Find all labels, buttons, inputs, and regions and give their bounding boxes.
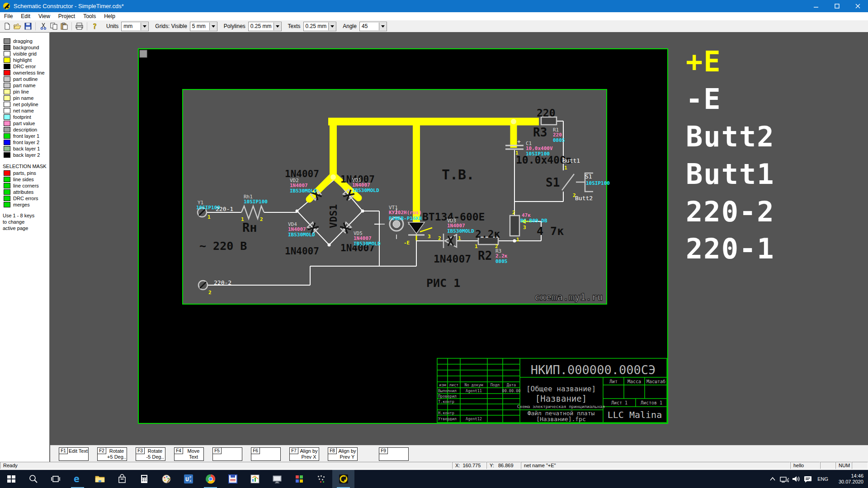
action-center-icon[interactable] [802, 470, 814, 488]
menu-item-tools[interactable]: Tools [79, 12, 100, 20]
copy-icon[interactable] [49, 22, 58, 31]
taskbar-icon-upx[interactable]: UPX [177, 470, 199, 488]
net-name-220-2[interactable]: 220-2 [686, 195, 775, 228]
net-name-220-1[interactable]: 220-1 [686, 232, 775, 265]
menu-item-file[interactable]: File [0, 12, 17, 20]
title-bar[interactable]: Schematic Constructor - SimpleTimer.cds* [0, 0, 868, 12]
taskbar-icon-edge[interactable]: e [66, 470, 89, 488]
dropdown-grids-visible[interactable]: 5 mm [190, 22, 217, 31]
selection-handle[interactable] [140, 50, 147, 57]
legend-item-back-layer-2[interactable]: back layer 2 [4, 152, 49, 158]
network-icon[interactable] [778, 470, 790, 488]
save-icon[interactable] [24, 22, 32, 31]
legend-item-description[interactable]: description [4, 127, 49, 133]
net-name-+e[interactable]: +E [686, 45, 722, 78]
clock[interactable]: 14:46 30.07.2020 [832, 473, 863, 485]
legend-item-net-polyline[interactable]: net polyline [4, 101, 49, 108]
fnkey-f1[interactable]: F1Edit Text [59, 447, 89, 461]
menu-item-edit[interactable]: Edit [17, 12, 34, 20]
legend-item-highlight[interactable]: highlight [4, 57, 49, 63]
schematic-label: IB530MOLD [352, 188, 379, 193]
minimize-button[interactable] [806, 0, 826, 12]
menu-item-view[interactable]: View [34, 12, 54, 20]
tray-chevron-icon[interactable] [767, 470, 778, 488]
help-icon[interactable]: ? [90, 22, 99, 31]
fnkey-f7[interactable]: F7Align by Prev X [289, 447, 319, 461]
legend-item-drc-errors[interactable]: DRC errors [4, 195, 49, 202]
dropdown-angle[interactable]: 45 [359, 22, 387, 31]
taskbar-icon-calculator[interactable] [133, 470, 155, 488]
legend-item-background[interactable]: background [4, 44, 49, 51]
legend-item-part-value[interactable]: part value [4, 120, 49, 127]
fnkey-f4[interactable]: F4Move Text [174, 447, 204, 461]
chevron-down-icon[interactable] [328, 23, 336, 30]
legend-item-part-outline[interactable]: part outline [4, 76, 49, 82]
dropdown-polylines[interactable]: 0.25 mm [248, 22, 282, 31]
schematic-canvas[interactable]: cxema.my1.ru [50, 32, 868, 445]
chevron-down-icon[interactable] [209, 23, 217, 30]
paste-icon[interactable] [60, 22, 68, 31]
taskbar-icon-chart-app[interactable] [244, 470, 266, 488]
fnkey-f9[interactable]: F9 [379, 447, 409, 461]
new-file-icon[interactable] [3, 22, 11, 31]
taskbar-icon-chrome[interactable] [199, 470, 222, 488]
toolbar-field-polylines: Polylines0.25 mm [224, 22, 282, 31]
taskbar-icon-schematic-app[interactable] [332, 470, 354, 488]
legend-item-attributes[interactable]: attributes [4, 189, 49, 195]
net-name-butt2[interactable]: Butt2 [686, 120, 775, 153]
close-button[interactable] [847, 0, 868, 12]
legend-item-drc-error[interactable]: DRC error [4, 63, 49, 70]
speaker-icon[interactable] [790, 470, 802, 488]
print-icon[interactable] [75, 22, 84, 31]
color-swatch [4, 152, 10, 158]
menu-item-project[interactable]: Project [54, 12, 79, 20]
schematic-label: РИС 1 [426, 277, 460, 290]
taskbar-icon-colors-app[interactable] [288, 470, 310, 488]
taskbar-icon-paint[interactable] [155, 470, 177, 488]
fnkey-f3[interactable]: F3Rotate -5 Deg.. [136, 447, 165, 461]
legend-item-ownerless-line[interactable]: ownerless line [4, 70, 49, 76]
legend-item-parts-pins[interactable]: parts, pins [4, 170, 49, 176]
taskbar-icon-search[interactable] [22, 470, 44, 488]
chevron-down-icon[interactable] [141, 23, 148, 30]
chevron-down-icon[interactable] [274, 23, 281, 30]
fnkey-f8[interactable]: F8Align by Prev Y [328, 447, 358, 461]
taskbar-icon-floppy-app[interactable] [222, 470, 244, 488]
legend-item-line-corners[interactable]: line corners [4, 183, 49, 189]
net-name-butt1[interactable]: Butt1 [686, 158, 775, 191]
legend-item-front-layer-2[interactable]: front layer 2 [4, 139, 49, 145]
fnkey-f6[interactable]: F6 [251, 447, 281, 461]
open-file-icon[interactable] [13, 22, 22, 31]
color-swatch [4, 102, 10, 107]
fnkey-f5[interactable]: F5 [212, 447, 242, 461]
status-spacer [820, 462, 835, 469]
legend-item-line-sides[interactable]: line sides [4, 176, 49, 183]
taskbar-icon-store[interactable] [111, 470, 133, 488]
fnkey-f2[interactable]: F2Rotate +5 Deg.. [97, 447, 127, 461]
legend-item-back-layer-1[interactable]: back layer 1 [4, 145, 49, 152]
legend-item-pin-line[interactable]: pin line [4, 89, 49, 95]
taskbar-icon-taskview[interactable] [44, 470, 66, 488]
legend-item-pin-name[interactable]: pin name [4, 95, 49, 101]
dropdown-units[interactable]: mm [121, 22, 149, 31]
taskbar-icon-start[interactable] [0, 470, 22, 488]
legend-item-footprint[interactable]: footprint [4, 114, 49, 120]
maximize-button[interactable] [826, 0, 847, 12]
net-name-e[interactable]: -E [686, 83, 722, 116]
legend-item-visible-grid[interactable]: visible grid [4, 51, 49, 57]
legend-item-part-name[interactable]: part name [4, 82, 49, 89]
taskbar-icon-pixels-app[interactable] [310, 470, 332, 488]
toolbar-field-grids-visible: Grids: Visible5 mm [155, 22, 217, 31]
legend-item-net-name[interactable]: net name [4, 108, 49, 114]
cut-icon[interactable] [39, 22, 47, 31]
taskbar-icon-monitor-app[interactable] [266, 470, 288, 488]
connector-y2[interactable] [198, 281, 208, 290]
chevron-down-icon[interactable] [379, 23, 387, 30]
taskbar-icon-explorer[interactable] [89, 470, 111, 488]
legend-item-front-layer-1[interactable]: front layer 1 [4, 133, 49, 139]
legend-item-dragging[interactable]: dragging [4, 38, 49, 44]
dropdown-texts[interactable]: 0.25 mm [303, 22, 337, 31]
menu-item-help[interactable]: Help [100, 12, 119, 20]
legend-item-merges[interactable]: merges [4, 202, 49, 208]
language-indicator[interactable]: ENG [817, 476, 828, 482]
